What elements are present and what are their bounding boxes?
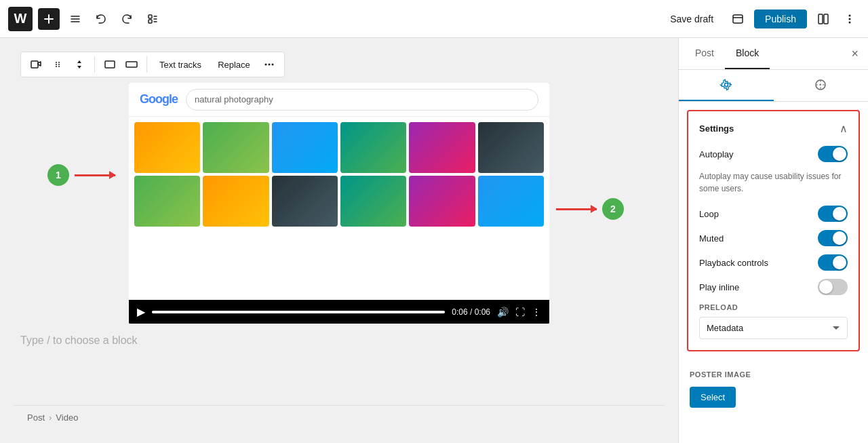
thumb-1: [134, 122, 200, 173]
svg-point-9: [56, 62, 57, 63]
settings-panel: Settings ∧ Autoplay Autoplay may cause u…: [687, 110, 860, 351]
muted-label: Muted: [699, 233, 724, 244]
thumb-7: [134, 176, 200, 227]
poster-image-section: POSTER IMAGE Select: [679, 360, 868, 419]
more-options-button[interactable]: [840, 9, 860, 29]
play-inline-toggle[interactable]: [818, 279, 848, 295]
move-up-down-btn[interactable]: [70, 55, 89, 74]
thumb-12: [478, 176, 544, 227]
play-inline-label: Play inline: [699, 282, 739, 292]
annotation-arrow-1: [75, 174, 115, 176]
align-btn[interactable]: [100, 55, 119, 74]
poster-image-label: POSTER IMAGE: [690, 370, 857, 379]
document-overview-button[interactable]: [142, 9, 163, 29]
thumb-3: [272, 122, 338, 173]
annotation-1: 1: [47, 164, 115, 186]
annotation-arrow-2: [556, 208, 597, 210]
sidebar-icon-tabs: [679, 70, 868, 102]
breadcrumb-sep: ›: [49, 412, 52, 423]
main-layout: Text tracks Replace 1 2 Googl: [0, 38, 868, 443]
block-toolbar: Text tracks Replace: [20, 52, 285, 77]
time-display: 0:06 / 0:06: [452, 307, 490, 317]
save-draft-button[interactable]: Save draft: [662, 9, 722, 28]
tab-block[interactable]: Block: [725, 38, 770, 69]
collapse-settings-button[interactable]: ∧: [840, 122, 848, 135]
replace-button[interactable]: Replace: [211, 56, 257, 73]
svg-point-11: [56, 64, 57, 65]
video-icon-btn[interactable]: [26, 55, 45, 74]
toolbar-divider-2: [146, 56, 147, 73]
more-block-options-btn[interactable]: [260, 55, 279, 74]
svg-rect-8: [31, 61, 38, 68]
sidebar-tabs: Post Block ×: [679, 38, 868, 70]
settings-panel-header: Settings ∧: [699, 122, 848, 135]
progress-fill: [152, 311, 445, 313]
play-inline-knob: [819, 280, 833, 294]
autoplay-label: Autoplay: [699, 149, 734, 159]
thumb-10: [340, 176, 406, 227]
icon-tab-settings[interactable]: [679, 70, 774, 101]
annotation-marker-1: 1: [47, 164, 69, 186]
playback-label: Playback controls: [699, 258, 768, 268]
tab-post[interactable]: Post: [684, 38, 725, 69]
redo-button[interactable]: [117, 9, 137, 29]
svg-point-10: [58, 62, 60, 63]
drag-handle-btn[interactable]: [48, 55, 67, 74]
toolbar-divider: [94, 56, 95, 73]
fake-search-bar: natural photography: [186, 89, 538, 111]
muted-toggle[interactable]: [818, 230, 848, 246]
svg-point-17: [264, 64, 267, 66]
svg-point-18: [268, 64, 270, 66]
annotation-marker-2: 2: [602, 198, 624, 220]
loop-label: Loop: [699, 209, 719, 219]
play-icon[interactable]: ▶: [137, 305, 145, 318]
loop-toggle[interactable]: [818, 206, 848, 222]
select-poster-button[interactable]: Select: [690, 387, 736, 408]
svg-point-5: [849, 14, 851, 16]
svg-rect-4: [824, 14, 828, 24]
muted-toggle-row: Muted: [699, 230, 848, 246]
playback-controls-toggle[interactable]: [818, 254, 848, 271]
block-placeholder: Type / to choose a block: [20, 334, 138, 347]
annotation-2: 2: [556, 198, 624, 220]
thumb-6: [478, 122, 544, 173]
add-block-button[interactable]: [38, 8, 60, 30]
video-controls: ▶ 0:06 / 0:06 🔊 ⛶ ⋮: [129, 300, 549, 324]
fake-google-bar: Google natural photography: [129, 83, 549, 117]
autoplay-toggle[interactable]: [818, 146, 848, 162]
wide-btn[interactable]: [122, 55, 141, 74]
icon-tab-appearance[interactable]: [774, 70, 869, 101]
autoplay-toggle-row: Autoplay: [699, 146, 848, 162]
thumb-5: [409, 122, 475, 173]
svg-point-14: [58, 66, 60, 67]
autoplay-description: Autoplay may cause usability issues for …: [699, 170, 848, 195]
tools-button[interactable]: [65, 9, 85, 29]
view-button[interactable]: [727, 8, 749, 30]
thumb-9: [272, 176, 338, 227]
thumb-4: [340, 122, 406, 173]
text-tracks-button[interactable]: Text tracks: [153, 56, 208, 73]
svg-rect-16: [126, 62, 137, 67]
svg-point-19: [271, 64, 273, 66]
video-content: Google natural photography: [129, 83, 549, 300]
video-block: Google natural photography: [129, 83, 549, 324]
fake-grid: [129, 117, 549, 232]
loop-toggle-row: Loop: [699, 206, 848, 222]
fake-google-logo: Google: [140, 92, 178, 107]
loop-knob: [833, 207, 846, 220]
sidebar-settings-button[interactable]: [812, 8, 834, 30]
breadcrumb: Post › Video: [14, 405, 665, 429]
preload-select[interactable]: None Metadata Auto: [699, 317, 848, 339]
svg-rect-15: [105, 61, 115, 68]
breadcrumb-root[interactable]: Post: [27, 412, 45, 423]
fullscreen-icon[interactable]: ⛶: [515, 307, 525, 317]
progress-bar[interactable]: [152, 311, 445, 313]
play-inline-toggle-row: Play inline: [699, 279, 848, 295]
svg-point-13: [56, 66, 57, 67]
more-video-icon[interactable]: ⋮: [532, 307, 541, 317]
svg-rect-0: [149, 15, 152, 18]
sidebar-close-button[interactable]: ×: [847, 43, 863, 65]
undo-button[interactable]: [91, 9, 111, 29]
publish-button[interactable]: Publish: [754, 9, 807, 28]
volume-icon[interactable]: 🔊: [497, 307, 509, 317]
